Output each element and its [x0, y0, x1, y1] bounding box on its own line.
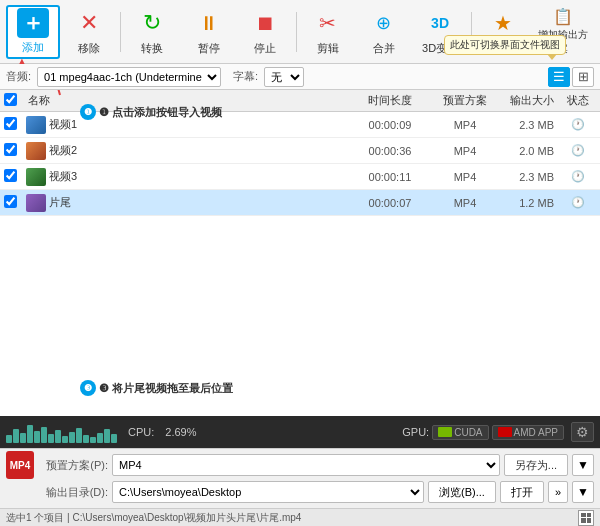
merge-icon: ⊕ [368, 8, 400, 39]
wave-seg [6, 435, 12, 443]
row4-thumb [26, 194, 46, 212]
clip-button[interactable]: ✂ 剪辑 [301, 5, 355, 59]
col-size-header: 输出大小 [500, 93, 560, 108]
separator2 [296, 12, 297, 52]
grid-view-icon [578, 510, 594, 526]
convert-button[interactable]: ↻ 转换 [125, 5, 179, 59]
wave-seg [69, 432, 75, 443]
row1-checkbox[interactable] [4, 117, 17, 130]
audio-row: 音频: 01 mpeg4aac-1ch (Undetermine 字幕: 无 此… [0, 64, 600, 90]
row2-checkbox[interactable] [4, 143, 17, 156]
wave-seg [27, 425, 33, 443]
row3-thumb [26, 168, 46, 186]
char-select[interactable]: 无 [264, 67, 304, 87]
status-text: 选中1 个项目 | C:\Users\moyea\Desktop\视频加片头片尾… [6, 511, 301, 525]
audio-select[interactable]: 01 mpeg4aac-1ch (Undetermine [37, 67, 221, 87]
col-name-header: 名称 [26, 93, 350, 108]
row4-name: 片尾 [49, 195, 71, 210]
preset-row: MP4 预置方案(P): MP4 另存为... ▼ [6, 453, 594, 477]
wave-seg [76, 428, 82, 443]
col-status-header: 状态 [560, 93, 596, 108]
settings-button[interactable]: ⚙ [571, 422, 594, 442]
table-row[interactable]: 视频2 00:00:36 MP4 2.0 MB 🕐 [0, 138, 600, 164]
row4-status: 🕐 [560, 196, 596, 209]
output-label: 输出目录(D): [38, 485, 108, 500]
output-icon: 📋 [547, 7, 579, 26]
row1-thumb [26, 116, 46, 134]
browse-button[interactable]: 浏览(B)... [428, 481, 496, 503]
merge-label: 合并 [373, 41, 395, 56]
row4-name-cell: 片尾 [26, 194, 350, 212]
bottom-panel: MP4 预置方案(P): MP4 另存为... ▼ 输出目录(D): C:\Us… [0, 448, 600, 508]
amd-label: AMD APP [514, 427, 558, 438]
gpu-label: GPU: [402, 426, 429, 438]
row2-size: 2.0 MB [500, 145, 560, 157]
stop-label: 停止 [254, 41, 276, 56]
row4-duration: 00:00:07 [350, 197, 430, 209]
cpu-label: CPU: [128, 426, 154, 438]
table-row[interactable]: 视频3 00:00:11 MP4 2.3 MB 🕐 [0, 164, 600, 190]
merge-button[interactable]: ⊕ 合并 [357, 5, 411, 59]
row3-name-cell: 视频3 [26, 168, 350, 186]
pause-button[interactable]: ⏸ 暂停 [181, 5, 235, 59]
add-icon: ＋ [17, 8, 49, 38]
output-select[interactable]: C:\Users\moyea\Desktop [112, 481, 424, 503]
row4-checkbox[interactable] [4, 195, 17, 208]
wave-seg [90, 437, 96, 443]
list-view-button[interactable]: ☰ [548, 67, 570, 87]
output-expand-button[interactable]: ▼ [572, 481, 594, 503]
saveas-button[interactable]: 另存为... [504, 454, 568, 476]
grid-view-button[interactable]: ⊞ [572, 67, 594, 87]
mp4-icon: MP4 [6, 451, 34, 479]
row2-duration: 00:00:36 [350, 145, 430, 157]
preset-expand-button[interactable]: ▼ [572, 454, 594, 476]
special-icon: ★ [487, 8, 519, 39]
output-row: 输出目录(D): C:\Users\moyea\Desktop 浏览(B)...… [6, 480, 594, 504]
preset-select[interactable]: MP4 [112, 454, 500, 476]
row2-name-cell: 视频2 [26, 142, 350, 160]
wave-seg [111, 434, 117, 443]
status-icon-area [578, 510, 594, 526]
row2-name: 视频2 [49, 143, 77, 158]
nvidia-logo [438, 427, 452, 437]
audio-label: 音频: [6, 69, 31, 84]
select-all-checkbox[interactable] [4, 93, 17, 106]
more-button[interactable]: » [548, 481, 568, 503]
row2-preset: MP4 [430, 145, 500, 157]
open-button[interactable]: 打开 [500, 481, 544, 503]
stop-icon: ⏹ [249, 8, 281, 39]
view-toggle: 此处可切换界面文件视图 ☰ ⊞ [548, 67, 594, 87]
amd-logo [498, 427, 512, 437]
wave-seg [55, 430, 61, 443]
separator1 [120, 12, 121, 52]
wave-seg [34, 431, 40, 443]
convert-icon: ↻ [136, 8, 168, 39]
clip-icon: ✂ [312, 8, 344, 39]
row3-preset: MP4 [430, 171, 500, 183]
add-button[interactable]: ＋ 添加 [6, 5, 60, 59]
row2-status: 🕐 [560, 144, 596, 157]
stop-button[interactable]: ⏹ 停止 [238, 5, 292, 59]
cuda-button[interactable]: CUDA [432, 425, 488, 440]
wave-seg [97, 433, 103, 443]
row3-checkbox[interactable] [4, 169, 17, 182]
col-duration-header: 时间长度 [350, 93, 430, 108]
row4-size: 1.2 MB [500, 197, 560, 209]
table-body: 视频1 00:00:09 MP4 2.3 MB 🕐 视频2 00:00:36 M… [0, 112, 600, 416]
wave-seg [13, 429, 19, 443]
table-row-selected[interactable]: 片尾 00:00:07 MP4 1.2 MB 🕐 [0, 190, 600, 216]
cuda-label: CUDA [454, 427, 482, 438]
remove-button[interactable]: ✕ 移除 [62, 5, 116, 59]
add-label: 添加 [22, 40, 44, 55]
table-row[interactable]: 视频1 00:00:09 MP4 2.3 MB 🕐 [0, 112, 600, 138]
wave-seg [41, 427, 47, 443]
amd-button[interactable]: AMD APP [492, 425, 564, 440]
cpu-value: 2.69% [165, 426, 196, 438]
row3-name: 视频3 [49, 169, 77, 184]
row3-duration: 00:00:11 [350, 171, 430, 183]
waveform-bar: CPU: 2.69% GPU: CUDA AMD APP ⚙ [0, 416, 600, 448]
convert-label: 转换 [141, 41, 163, 56]
remove-label: 移除 [78, 41, 100, 56]
char-label: 字幕: [233, 69, 258, 84]
row2-thumb [26, 142, 46, 160]
